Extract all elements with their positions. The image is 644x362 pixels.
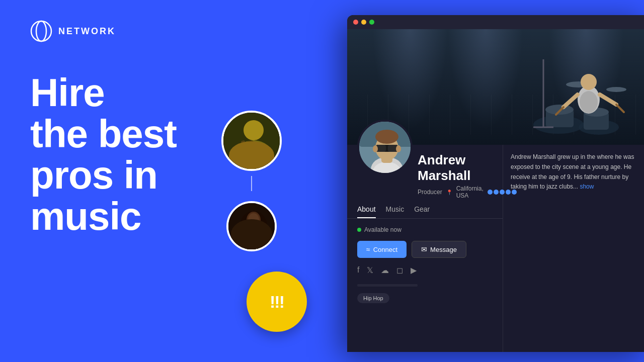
message-label: Message: [430, 246, 457, 253]
tags-label-blur: [357, 284, 418, 287]
brand-name: NETWORK: [58, 26, 116, 37]
profile-meta: Producer 📍 California, USA: [418, 185, 493, 199]
svg-point-41: [375, 130, 398, 144]
main-container: NETWORK Hire the best pros in music: [0, 0, 644, 362]
svg-rect-7: [223, 113, 280, 169]
profile-right-panel: Andrew Marshall grew up in the where he …: [503, 145, 644, 352]
app-mockup: Andrew Marshall Producer 📍 California, U…: [347, 15, 644, 352]
svg-rect-5: [240, 140, 250, 163]
svg-point-21: [606, 87, 626, 92]
message-icon: ✉: [421, 245, 427, 253]
svg-rect-8: [228, 203, 275, 249]
status-row: Available now: [347, 221, 503, 238]
svg-line-27: [616, 105, 624, 112]
svg-point-43: [396, 145, 401, 152]
titlebar-maximize-dot[interactable]: [369, 20, 374, 25]
twitter-icon[interactable]: 𝕏: [367, 265, 373, 275]
bio-text: Andrew Marshall grew up in the where he …: [511, 153, 634, 190]
connect-label: Connect: [373, 246, 397, 253]
tag-hiphop[interactable]: Hip Hop: [357, 293, 389, 303]
network-logo-icon: [30, 20, 52, 42]
star-3: [500, 190, 505, 195]
profile-avatar-container: [357, 120, 413, 175]
notification-icon: !!!: [270, 292, 284, 312]
svg-point-1: [36, 21, 46, 41]
profile-bio: Andrew Marshall grew up in the where he …: [511, 152, 641, 192]
tab-gear[interactable]: Gear: [414, 205, 430, 218]
status-label: Available now: [364, 226, 401, 233]
rating-stars: [488, 190, 517, 195]
svg-point-0: [31, 21, 51, 41]
titlebar: [347, 15, 644, 29]
svg-point-6: [244, 139, 259, 156]
online-status-dot: [357, 228, 361, 232]
drummer-figure: [518, 34, 639, 145]
profile-role: Producer: [418, 189, 442, 196]
avatar-longhair: [226, 201, 277, 251]
star-5: [512, 190, 517, 195]
svg-line-25: [600, 95, 616, 105]
svg-point-13: [238, 231, 269, 249]
facebook-icon[interactable]: f: [357, 265, 359, 275]
profile-name: Andrew Marshall: [418, 152, 493, 184]
svg-line-24: [564, 95, 578, 107]
notification-button[interactable]: !!!: [247, 272, 307, 332]
connect-icon: ≈: [366, 245, 370, 253]
location-icon: 📍: [446, 190, 452, 195]
profile-left-panel: Andrew Marshall Producer 📍 California, U…: [347, 145, 503, 352]
tab-music[interactable]: Music: [386, 205, 405, 218]
profile-location: California, USA: [456, 185, 484, 199]
star-1: [488, 190, 493, 195]
svg-point-18: [545, 105, 574, 115]
svg-point-12: [248, 213, 259, 226]
youtube-icon[interactable]: ▶: [411, 265, 417, 275]
social-row: f 𝕏 ☁ ◻ ▶: [347, 260, 503, 280]
titlebar-close-dot[interactable]: [353, 20, 358, 25]
titlebar-minimize-dot[interactable]: [361, 20, 366, 25]
logo-area: NETWORK: [30, 20, 282, 42]
avatar-container: [221, 111, 282, 251]
message-button[interactable]: ✉ Message: [412, 241, 466, 258]
instagram-icon[interactable]: ◻: [396, 265, 403, 275]
right-section: Andrew Marshall Producer 📍 California, U…: [347, 0, 644, 362]
svg-point-23: [581, 74, 597, 90]
profile-avatar: [357, 120, 413, 175]
soundcloud-icon[interactable]: ☁: [381, 265, 389, 275]
action-buttons: ≈ Connect ✉ Message: [347, 241, 503, 258]
left-section: NETWORK Hire the best pros in music: [0, 0, 312, 362]
profile-tabs: About Music Gear: [347, 205, 503, 219]
bio-show-more[interactable]: show: [580, 183, 594, 190]
star-4: [506, 190, 511, 195]
tab-about[interactable]: About: [357, 205, 376, 218]
avatar-connector: [251, 176, 252, 191]
headline-line1: Hire: [30, 72, 282, 114]
star-2: [494, 190, 499, 195]
avatar-guitarist: [221, 111, 282, 171]
svg-point-28: [580, 91, 598, 113]
tags-row: Hip Hop: [347, 291, 503, 306]
connect-button[interactable]: ≈ Connect: [357, 241, 407, 258]
svg-point-42: [373, 145, 378, 152]
